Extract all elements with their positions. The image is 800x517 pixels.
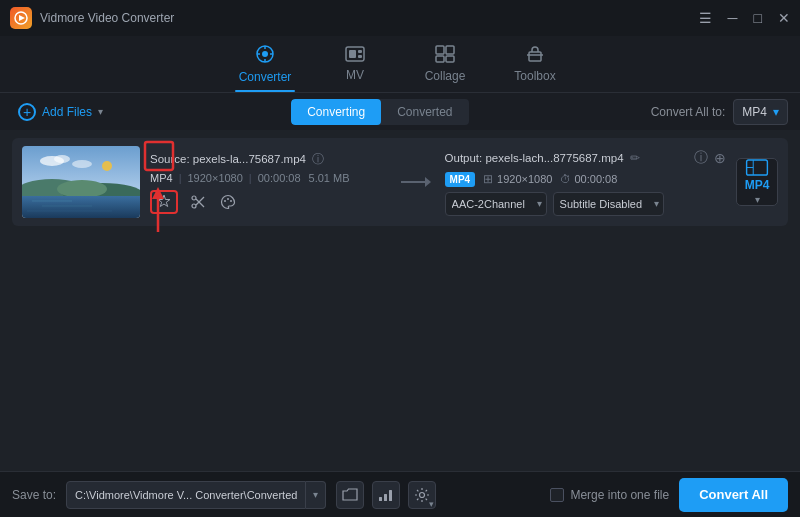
format-select-value: MP4 [742,105,767,119]
collage-tab-label: Collage [425,69,466,83]
cut-action-button[interactable] [188,192,208,212]
svg-rect-9 [349,50,356,58]
tab-converter[interactable]: Converter [220,40,310,92]
app-logo [10,7,32,29]
output-row: MP4 ⊞ 1920×1080 ⏱ 00:00:08 [445,172,726,187]
svg-rect-42 [145,142,173,170]
settings-icon-button[interactable]: ▾ [408,481,436,509]
audio-select-wrap: AAC-2Channel [445,192,547,216]
save-path-group: C:\Vidmore\Vidmore V... Converter\Conver… [66,481,326,509]
mv-tab-label: MV [346,68,364,82]
tab-toolbox[interactable]: Toolbox [490,40,580,92]
merge-label: Merge into one file [570,488,669,502]
format-select-dropdown-icon: ▾ [773,105,779,119]
format-select-box[interactable]: MP4 ▾ [733,99,788,125]
format-badge-dropdown: ▾ [755,194,760,205]
svg-point-29 [72,160,92,168]
selects-row: AAC-2Channel Subtitle Disabled [445,192,726,216]
output-info-icon[interactable]: ⓘ [694,149,708,167]
svg-marker-38 [425,177,431,187]
svg-point-28 [54,155,70,163]
convert-all-button[interactable]: Convert All [679,478,788,512]
converting-tab-button[interactable]: Converting [291,99,381,125]
svg-marker-44 [152,187,164,199]
output-time: ⏱ 00:00:08 [560,173,617,185]
tab-collage[interactable]: Collage [400,40,490,92]
mv-icon [345,46,365,65]
output-resolution-row: ⊞ 1920×1080 [483,172,552,186]
svg-rect-22 [22,196,140,218]
minimize-button[interactable]: ─ [728,10,738,26]
output-icons: ⓘ ⊕ [694,149,726,167]
file-resolution: 1920×1080 [187,172,242,184]
save-to-label: Save to: [12,488,56,502]
merge-checkbox[interactable] [550,488,564,502]
file-row: Source: pexels-la...75687.mp4 ⓘ MP4 | 19… [12,138,788,226]
output-edit-icon[interactable]: ✏ [630,151,640,165]
convert-arrow [395,172,435,192]
file-thumbnail [22,146,140,218]
audio-select[interactable]: AAC-2Channel [445,192,547,216]
tab-mv[interactable]: MV [310,40,400,92]
svg-point-36 [230,200,232,202]
toolbox-tab-label: Toolbox [514,69,555,83]
file-source: Source: pexels-la...75687.mp4 ⓘ [150,151,385,168]
source-info-icon[interactable]: ⓘ [312,151,324,168]
maximize-button[interactable]: □ [754,10,762,26]
svg-rect-46 [384,494,387,501]
svg-rect-13 [446,46,454,54]
svg-rect-16 [529,52,541,61]
output-source: Output: pexels-lach...8775687.mp4 ✏ ⓘ ⊕ [445,149,726,167]
svg-rect-12 [436,46,444,54]
converted-tab-button[interactable]: Converted [381,99,468,125]
svg-rect-14 [436,56,444,62]
file-size: 5.01 MB [309,172,350,184]
svg-rect-15 [446,56,454,62]
svg-point-34 [224,200,226,202]
subtitle-select[interactable]: Subtitle Disabled [553,192,664,216]
merge-check-group: Merge into one file [550,488,669,502]
signal-icon-button[interactable] [372,481,400,509]
output-format-badge: MP4 [445,172,476,187]
folder-icon-button[interactable] [336,481,364,509]
svg-rect-10 [358,50,362,53]
add-files-button[interactable]: + Add Files ▾ [12,99,109,125]
svg-rect-45 [379,497,382,501]
format-badge-box[interactable]: MP4 ▾ [736,158,778,206]
output-duration: 00:00:08 [574,173,617,185]
svg-point-26 [102,161,112,171]
convert-tab-group: Converting Converted [291,99,468,125]
window-controls: ☰ ─ □ ✕ [699,10,790,26]
bottom-action-icons: ▾ [336,481,436,509]
output-resolution: 1920×1080 [497,173,552,185]
svg-marker-1 [19,15,25,21]
convert-all-to-label: Convert All to: [651,105,726,119]
toolbar: + Add Files ▾ Converting Converted Conve… [0,92,800,130]
svg-point-21 [57,180,107,198]
save-path-dropdown[interactable]: ▾ [306,481,326,509]
svg-point-3 [262,51,268,57]
output-info: Output: pexels-lach...8775687.mp4 ✏ ⓘ ⊕ … [445,149,726,216]
save-path-display: C:\Vidmore\Vidmore V... Converter\Conver… [66,481,306,509]
svg-point-30 [192,204,196,208]
svg-point-48 [420,492,425,497]
app-title: Vidmore Video Converter [40,11,174,25]
converter-icon [255,44,275,67]
output-filename: Output: pexels-lach...8775687.mp4 [445,152,624,164]
file-actions [150,190,385,214]
nav-bar: Converter MV Collage [0,36,800,92]
close-button[interactable]: ✕ [778,10,790,26]
bottom-bar: Save to: C:\Vidmore\Vidmore V... Convert… [0,471,800,517]
file-meta: MP4 | 1920×1080 | 00:00:08 5.01 MB [150,172,385,184]
toolbox-icon [525,45,545,66]
main-content: Source: pexels-la...75687.mp4 ⓘ MP4 | 19… [0,130,800,234]
output-add-icon[interactable]: ⊕ [714,150,726,166]
svg-rect-11 [358,55,362,58]
add-files-dropdown-icon: ▾ [98,106,103,117]
svg-rect-47 [389,490,392,501]
svg-point-35 [227,198,229,200]
title-bar: Vidmore Video Converter ☰ ─ □ ✕ [0,0,800,36]
menu-button[interactable]: ☰ [699,10,712,26]
add-files-label: Add Files [42,105,92,119]
palette-action-button[interactable] [218,192,238,212]
